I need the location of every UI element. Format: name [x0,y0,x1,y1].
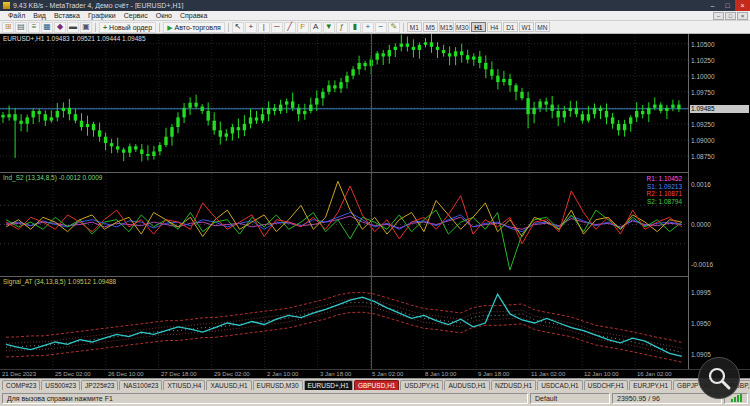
timeframe-MN[interactable]: MN [535,22,550,32]
price-label-3: 1.09750 [691,89,715,96]
toolbar-separator [228,23,229,32]
sig-axis-label-2: 1.0905 [691,351,711,358]
menu-item-6[interactable]: Справка [176,12,211,19]
indicators-icon[interactable]: ƒ [336,22,348,33]
vline-icon[interactable]: | [258,22,270,33]
chart-tab-USDJPY,H1[interactable]: USDJPY,H1 [400,380,443,390]
menu-item-1[interactable]: Вид [29,12,50,19]
terminal-icon[interactable]: ▬ [67,22,79,33]
zoom-out-icon[interactable]: − [375,22,387,33]
hline-icon[interactable]: ─ [271,22,283,33]
price-axis: 1.105001.102501.100001.097501.095001.092… [688,34,750,369]
osc-axis-label-1: 0.0000 [691,221,711,228]
fibo-icon[interactable]: F [297,22,309,33]
chart-tab-GBPUSD,H1[interactable]: GBPUSD,H1 [354,380,400,390]
chart-region: 1.105001.102501.100001.097501.095001.092… [0,34,750,369]
price-label-2: 1.10000 [691,73,715,80]
new-chart-icon[interactable]: ⊞ [2,22,14,33]
time-axis[interactable]: 21 Dec 202325 Dec 02:0026 Dec 10:0027 De… [0,369,750,378]
signal-pane[interactable] [0,277,688,369]
autotrading-play-icon: ▶ [167,24,172,31]
zoom-in-icon[interactable]: + [362,22,374,33]
menu-item-3[interactable]: Графики [84,12,120,19]
minimize-button[interactable]: – [705,0,720,11]
menu-item-4[interactable]: Сервис [120,12,152,19]
indicator-legend: R1: 1.10452S1: 1.09213R2: 1.10871S2: 1.0… [647,175,682,205]
child-restore-button[interactable]: □ [725,12,736,20]
time-label-12: 16 Jan 02:00 [637,371,672,377]
oscillator-pane[interactable] [0,173,688,276]
pane-separator[interactable] [0,276,750,277]
status-help-text: Для вызова справки нажмите F1 [2,393,528,404]
chart-tab-JP225#23[interactable]: JP225#23 [81,380,118,390]
price-label-7: 1.08750 [691,153,715,160]
timeframe-group: M1M5M15M30H1H4D1W1MN [407,22,550,32]
price-label-5: 1.09250 [691,121,715,128]
legend-line-3: S2: 1.08794 [647,198,682,206]
timeframe-H4[interactable]: H4 [487,22,502,32]
arrow-tool-icon[interactable]: ▼ [323,22,335,33]
indicator2-label: Signal_AT (34,13,8,5) 1.09512 1.09488 [3,278,116,285]
time-label-5: 2 Jan 10:00 [267,371,298,377]
time-label-9: 9 Jan 18:00 [478,371,509,377]
chart-tab-XAUUSD,H1[interactable]: XAUUSD,H1 [206,380,251,390]
toolbar: ⊞▤≡▦◆▬▣ + Новый ордер ▶ Авто-торговля ↖+… [0,21,750,34]
menu-item-2[interactable]: Вставка [50,12,84,19]
chart-tab-COMP#23[interactable]: COMP#23 [2,380,40,390]
price-label-1: 1.10250 [691,57,715,64]
chart-tab-EURUSD,M30[interactable]: EURUSD,M30 [253,380,303,390]
navigator-icon[interactable]: ◆ [54,22,66,33]
timeframe-M1[interactable]: M1 [407,22,422,32]
chart-tab-NZDUSD,H1[interactable]: NZDUSD,H1 [491,380,536,390]
chart-tab-USDCAD,H1[interactable]: USDCAD,H1 [537,380,583,390]
sig-axis-label-0: 1.0995 [691,289,711,296]
timeframe-M5[interactable]: M5 [423,22,438,32]
chart-tab-NAS100#23[interactable]: NAS100#23 [119,380,162,390]
new-order-button[interactable]: + Новый ордер [99,22,156,33]
osc-axis-label-2: -0.0016 [691,261,713,268]
toolbar-separator [95,23,96,32]
timeframe-D1[interactable]: D1 [503,22,518,32]
cursor-icon[interactable]: ↖ [232,22,244,33]
toolbar-tools-group: ↖+|─╱FA▼ƒ▮+−✎ [232,22,400,33]
text-icon[interactable]: A [310,22,322,33]
chart-tab-EURJPY,H1[interactable]: EURJPY,H1 [629,380,672,390]
chart-tab-AUDUSD,H1[interactable]: AUDUSD,H1 [444,380,490,390]
strategy-tester-icon[interactable]: ▣ [80,22,92,33]
connection-bars-icon [731,394,742,402]
chart-tab-USDCHF,H1[interactable]: USDCHF,H1 [584,380,628,390]
status-profile[interactable]: Default [530,393,610,404]
timeframe-M30[interactable]: M30 [455,22,470,32]
chart-tab-XTIUSD,H4[interactable]: XTIUSD,H4 [163,380,205,390]
time-label-6: 3 Jan 18:00 [320,371,351,377]
pane-separator[interactable] [0,172,750,173]
bid-price-tag: 1.09485 [690,105,749,113]
crosshair-icon[interactable]: + [245,22,257,33]
timeframe-H1[interactable]: H1 [471,22,486,32]
menu-item-5[interactable]: Окно [152,12,176,19]
profiles-icon[interactable]: ▤ [15,22,27,33]
child-close-button[interactable]: × [737,12,748,20]
main-chart-pane[interactable] [0,34,688,172]
close-button[interactable]: × [735,0,750,11]
time-label-4: 29 Dec 02:00 [214,371,250,377]
time-label-0: 21 Dec 2023 [2,371,36,377]
trendline-icon[interactable]: ╱ [284,22,296,33]
chart-tab-EURUSD+,H1[interactable]: EURUSD+,H1 [304,380,353,390]
symbol-ohlc-label: EURUSD+,H1 1.09483 1.09521 1.09444 1.094… [3,35,146,42]
screenshot-magnifier-icon[interactable] [698,357,740,399]
time-label-7: 5 Jan 02:00 [372,371,403,377]
restore-button[interactable]: □ [720,0,735,11]
market-watch-icon[interactable]: ≡ [28,22,40,33]
menu-item-0[interactable]: Файл [4,12,29,19]
autotrading-label: Авто-торговля [175,24,221,31]
timeframe-M15[interactable]: M15 [439,22,454,32]
timeframe-W1[interactable]: W1 [519,22,534,32]
chart-tab-US500#23[interactable]: US500#23 [41,380,80,390]
toolbar-separator [403,23,404,32]
autotrading-button[interactable]: ▶ Авто-торговля [163,22,225,33]
metaeditor-icon[interactable]: ✎ [388,22,400,33]
candle-style-icon[interactable]: ▮ [349,22,361,33]
data-window-icon[interactable]: ▦ [41,22,53,33]
child-minimize-button[interactable]: – [713,12,724,20]
